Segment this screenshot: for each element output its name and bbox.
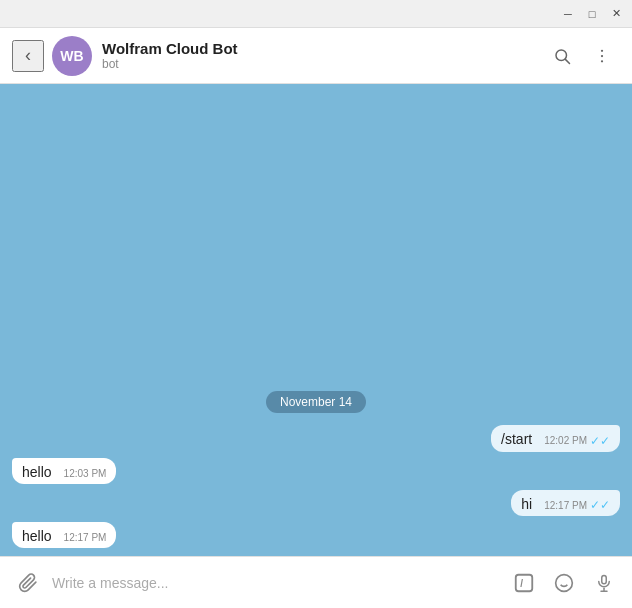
message-bubble: hi 12:17 PM ✓✓ bbox=[511, 490, 620, 517]
message-text: hello bbox=[22, 464, 52, 480]
attachment-button[interactable] bbox=[12, 567, 44, 599]
chat-header: ‹ WB Wolfram Cloud Bot bot bbox=[0, 28, 632, 84]
attachment-icon bbox=[18, 573, 38, 593]
svg-rect-10 bbox=[602, 575, 607, 583]
messages-list: /start 12:02 PM ✓✓ hello 12:03 PM hi 12 bbox=[12, 425, 620, 548]
microphone-icon bbox=[595, 573, 613, 593]
message-row: hello 12:03 PM bbox=[12, 458, 620, 484]
svg-line-1 bbox=[565, 59, 569, 63]
title-bar: ─ □ ✕ bbox=[0, 0, 632, 28]
back-button[interactable]: ‹ bbox=[12, 40, 44, 72]
message-meta: 12:17 PM bbox=[64, 532, 107, 543]
contact-info: Wolfram Cloud Bot bot bbox=[102, 40, 544, 71]
date-separator: November 14 bbox=[12, 391, 620, 413]
message-time: 12:17 PM bbox=[64, 532, 107, 543]
more-icon bbox=[593, 47, 611, 65]
message-row: hi 12:17 PM ✓✓ bbox=[12, 490, 620, 517]
message-time: 12:03 PM bbox=[64, 468, 107, 479]
date-badge: November 14 bbox=[266, 391, 366, 413]
voice-button[interactable] bbox=[588, 567, 620, 599]
minimize-button[interactable]: ─ bbox=[556, 3, 580, 25]
message-row: hello 12:17 PM bbox=[12, 522, 620, 548]
message-text: hello bbox=[22, 528, 52, 544]
svg-point-7 bbox=[556, 574, 573, 591]
svg-point-2 bbox=[601, 49, 603, 51]
emoji-icon bbox=[554, 573, 574, 593]
message-text: hi bbox=[521, 496, 532, 512]
message-bubble: /start 12:02 PM ✓✓ bbox=[491, 425, 620, 452]
svg-rect-5 bbox=[516, 574, 533, 591]
message-bubble: hello 12:03 PM bbox=[12, 458, 116, 484]
commands-icon: / bbox=[513, 572, 535, 594]
message-meta: 12:02 PM ✓✓ bbox=[544, 434, 610, 448]
avatar: WB bbox=[52, 36, 92, 76]
commands-button[interactable]: / bbox=[508, 567, 540, 599]
message-meta: 12:03 PM bbox=[64, 468, 107, 479]
read-receipt-icon: ✓✓ bbox=[590, 498, 610, 512]
header-actions bbox=[544, 38, 620, 74]
message-time: 12:02 PM bbox=[544, 435, 587, 446]
contact-status: bot bbox=[102, 57, 544, 71]
contact-name: Wolfram Cloud Bot bbox=[102, 40, 544, 57]
search-icon bbox=[553, 47, 571, 65]
message-time: 12:17 PM bbox=[544, 500, 587, 511]
svg-point-3 bbox=[601, 54, 603, 56]
svg-point-4 bbox=[601, 60, 603, 62]
message-meta: 12:17 PM ✓✓ bbox=[544, 498, 610, 512]
svg-text:/: / bbox=[520, 577, 523, 588]
message-text: /start bbox=[501, 431, 532, 447]
menu-button[interactable] bbox=[584, 38, 620, 74]
emoji-button[interactable] bbox=[548, 567, 580, 599]
input-area: / bbox=[0, 556, 632, 608]
message-row: /start 12:02 PM ✓✓ bbox=[12, 425, 620, 452]
chat-area: November 14 /start 12:02 PM ✓✓ hello 12:… bbox=[0, 84, 632, 556]
search-button[interactable] bbox=[544, 38, 580, 74]
close-button[interactable]: ✕ bbox=[604, 3, 628, 25]
read-receipt-icon: ✓✓ bbox=[590, 434, 610, 448]
maximize-button[interactable]: □ bbox=[580, 3, 604, 25]
message-bubble: hello 12:17 PM bbox=[12, 522, 116, 548]
message-input[interactable] bbox=[52, 575, 500, 591]
